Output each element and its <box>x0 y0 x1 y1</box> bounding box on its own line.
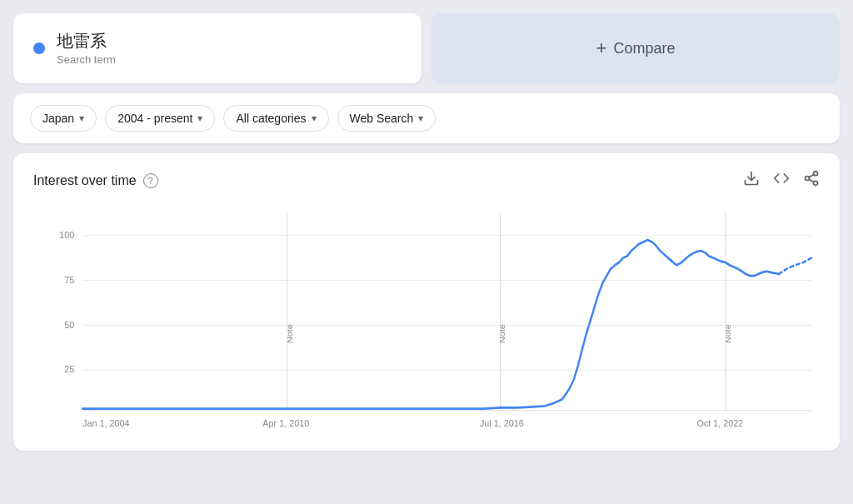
share-icon[interactable] <box>803 170 820 191</box>
filter-country-label: Japan <box>42 112 74 125</box>
x-label-2016: Jul 1, 2016 <box>480 418 524 429</box>
interest-over-time-chart: 100 75 50 25 Note Note Note Jan 1, 2004 <box>33 204 820 437</box>
filter-category-label: All categories <box>236 112 306 125</box>
chart-svg: 100 75 50 25 Note Note Note Jan 1, 2004 <box>33 204 820 437</box>
search-term-dot <box>33 42 45 54</box>
compare-plus-icon: + <box>596 37 607 59</box>
filter-search-type[interactable]: Web Search ▾ <box>337 105 436 132</box>
trend-line-dotted <box>779 258 811 274</box>
trend-line <box>82 240 779 408</box>
embed-icon[interactable] <box>773 170 790 191</box>
note-text-2010: Note <box>285 324 293 343</box>
filter-period[interactable]: 2004 - present ▾ <box>105 105 215 132</box>
filters-bar: Japan ▾ 2004 - present ▾ All categories … <box>13 93 840 143</box>
chevron-down-icon: ▾ <box>197 112 202 124</box>
help-icon[interactable]: ? <box>143 173 158 188</box>
x-label-2022: Oct 1, 2022 <box>697 418 744 429</box>
filter-category[interactable]: All categories ▾ <box>223 105 328 132</box>
filter-country[interactable]: Japan ▾ <box>30 105 97 132</box>
y-label-100: 100 <box>59 229 74 240</box>
svg-line-5 <box>809 174 814 177</box>
note-text-2016: Note <box>498 324 506 343</box>
filter-period-label: 2004 - present <box>117 112 192 125</box>
chart-section: Interest over time ? 100 75 50 25 <box>13 153 840 451</box>
y-label-50: 50 <box>64 319 74 330</box>
chart-title: Interest over time <box>33 173 137 188</box>
search-term-sublabel: Search term <box>57 53 116 66</box>
note-text-2022: Note <box>723 324 731 343</box>
svg-line-4 <box>809 179 814 182</box>
compare-card[interactable]: + Compare <box>431 13 840 83</box>
chevron-down-icon: ▾ <box>79 112 84 124</box>
filter-search-type-label: Web Search <box>350 112 414 125</box>
x-label-2010: Apr 1, 2010 <box>262 418 309 429</box>
search-term-card: 地雷系 Search term <box>13 13 422 83</box>
download-icon[interactable] <box>743 170 760 191</box>
chart-actions <box>743 170 820 191</box>
chevron-down-icon: ▾ <box>418 112 423 124</box>
y-label-25: 25 <box>64 364 74 375</box>
chevron-down-icon: ▾ <box>312 112 317 124</box>
x-label-2004: Jan 1, 2004 <box>82 418 129 429</box>
compare-label: Compare <box>613 40 675 57</box>
search-term-value: 地雷系 <box>57 30 116 52</box>
y-label-75: 75 <box>64 274 74 285</box>
